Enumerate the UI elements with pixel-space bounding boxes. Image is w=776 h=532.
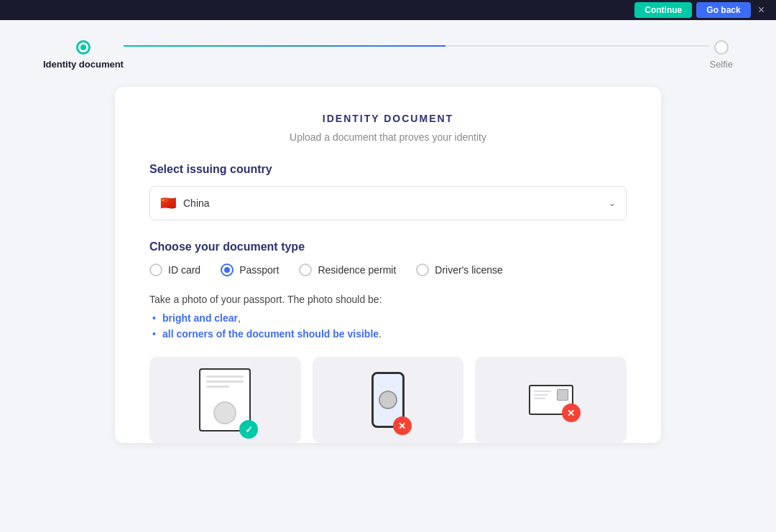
step-1-dot <box>76 40 91 55</box>
passport-face-good <box>213 401 236 424</box>
radio-id-card <box>149 263 162 276</box>
passport-line-3 <box>206 386 228 388</box>
doc-photo <box>557 389 568 401</box>
instruction-2: all corners of the document should be vi… <box>152 328 627 340</box>
doctype-passport[interactable]: Passport <box>221 263 279 276</box>
document-type-group: ID card Passport Residence permit Driver… <box>149 263 627 276</box>
country-name: China <box>183 197 210 209</box>
country-select[interactable]: 🇨🇳 China ⌄ <box>149 186 627 220</box>
close-button[interactable]: × <box>758 4 765 17</box>
step-1-label: Identity document <box>43 59 124 70</box>
progress-bar: Identity document Selfie <box>29 40 747 70</box>
identity-document-card: IDENTITY DOCUMENT Upload a document that… <box>115 87 661 443</box>
phone-illustration: ✕ <box>371 372 405 428</box>
continue-button[interactable]: Continue <box>634 2 692 18</box>
passport-line-1 <box>206 375 244 378</box>
doctype-residence-permit-label: Residence permit <box>318 264 396 276</box>
radio-residence-permit <box>299 263 312 276</box>
go-back-button[interactable]: Go back <box>696 2 750 18</box>
preview-good: ✓ <box>149 357 301 443</box>
instruction-1-text: bright and clear <box>162 312 238 324</box>
doctype-drivers-license-label: Driver's license <box>435 264 502 276</box>
radio-passport <box>221 263 234 276</box>
instruction-1: bright and clear, <box>152 312 627 324</box>
passport-line-2 <box>206 381 244 383</box>
check-icon: ✓ <box>239 420 258 439</box>
doc-lines <box>534 391 551 399</box>
instruction-2-text: all corners of the document should be vi… <box>162 328 379 340</box>
preview-bad-phone: ✕ <box>313 357 464 443</box>
chevron-down-icon: ⌄ <box>609 198 616 208</box>
doc-line-3 <box>534 398 545 399</box>
china-flag: 🇨🇳 <box>160 195 176 211</box>
step-1-wrapper: Identity document <box>43 40 124 70</box>
x-icon-phone: ✕ <box>393 416 412 435</box>
step-2-dot <box>714 40 729 55</box>
country-select-wrapper: 🇨🇳 China ⌄ <box>149 186 627 220</box>
passport-lines-good <box>206 375 244 388</box>
preview-row: ✓ ✕ <box>149 357 627 443</box>
instructions-text: Take a photo of your passport. The photo… <box>149 294 627 305</box>
instructions-list: bright and clear, all corners of the doc… <box>149 312 627 340</box>
doc-line-2 <box>534 394 548 396</box>
card-subtitle: Upload a document that proves your ident… <box>149 131 627 143</box>
progress-line-fill <box>124 45 446 47</box>
main-content: Identity document Selfie IDENTITY DOCUME… <box>0 20 776 532</box>
step-2-wrapper: Selfie <box>709 40 733 70</box>
preview-bad-partial: ✕ <box>475 357 627 443</box>
doc-line-1 <box>534 391 551 392</box>
x-icon-partial: ✕ <box>562 403 581 422</box>
phone-face <box>379 391 397 409</box>
doctype-passport-label: Passport <box>239 264 279 276</box>
card-title: IDENTITY DOCUMENT <box>149 113 627 124</box>
doc-illustration: ✕ <box>529 385 573 415</box>
step-2-label: Selfie <box>709 59 733 70</box>
country-section-label: Select issuing country <box>149 163 627 176</box>
doctype-id-card-label: ID card <box>168 264 200 276</box>
instructions: Take a photo of your passport. The photo… <box>149 294 627 340</box>
top-bar: Continue Go back × <box>0 0 776 20</box>
doctype-residence-permit[interactable]: Residence permit <box>299 263 396 276</box>
doctype-section-label: Choose your document type <box>149 241 627 253</box>
doctype-id-card[interactable]: ID card <box>149 263 200 276</box>
doctype-drivers-license[interactable]: Driver's license <box>416 263 502 276</box>
radio-drivers-license <box>416 263 429 276</box>
passport-illustration-good: ✓ <box>199 368 251 431</box>
